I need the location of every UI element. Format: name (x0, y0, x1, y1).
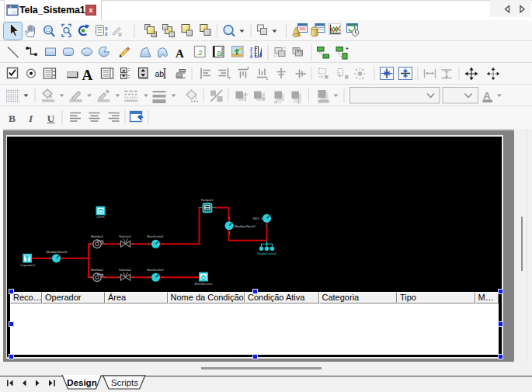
svg-text:Tanque1: Tanque1 (200, 198, 214, 202)
svg-text:Bomba1: Bomba1 (91, 234, 103, 238)
svg-text:MultiServico: MultiServico (195, 282, 213, 286)
svg-text:A: A (82, 67, 93, 83)
svg-text:BarrilLeite1: BarrilLeite1 (147, 234, 164, 238)
svg-text:B: B (9, 113, 16, 124)
svg-text:A: A (176, 47, 184, 60)
svg-text:BarrilLeite2: BarrilLeite2 (147, 268, 164, 272)
svg-text:Valvula2: Valvula2 (119, 268, 131, 272)
svg-text:Bomba2: Bomba2 (91, 268, 103, 272)
svg-text:ab: ab (155, 69, 165, 78)
svg-text:A: A (483, 90, 491, 102)
svg-text:MedidorNivel3: MedidorNivel3 (47, 249, 68, 253)
svg-text:Scripts: Scripts (111, 378, 138, 387)
svg-text:Captador1: Captador1 (20, 263, 36, 267)
svg-text:a: a (217, 48, 221, 57)
svg-text:I: I (28, 113, 33, 124)
svg-text:MedidorNivel2: MedidorNivel2 (235, 224, 256, 227)
svg-text:0: 0 (250, 54, 252, 59)
svg-text:U: U (47, 113, 55, 124)
svg-text:.2: .2 (196, 48, 203, 57)
svg-text:GrupoControl: GrupoControl (257, 252, 276, 255)
svg-text:3: 3 (105, 26, 108, 31)
svg-text:NV1: NV1 (253, 217, 260, 220)
svg-text:Design: Design (67, 378, 96, 387)
svg-text:CLP1: CLP1 (96, 215, 105, 219)
svg-text:Valvula1: Valvula1 (119, 234, 131, 238)
svg-text:2: 2 (105, 32, 108, 36)
